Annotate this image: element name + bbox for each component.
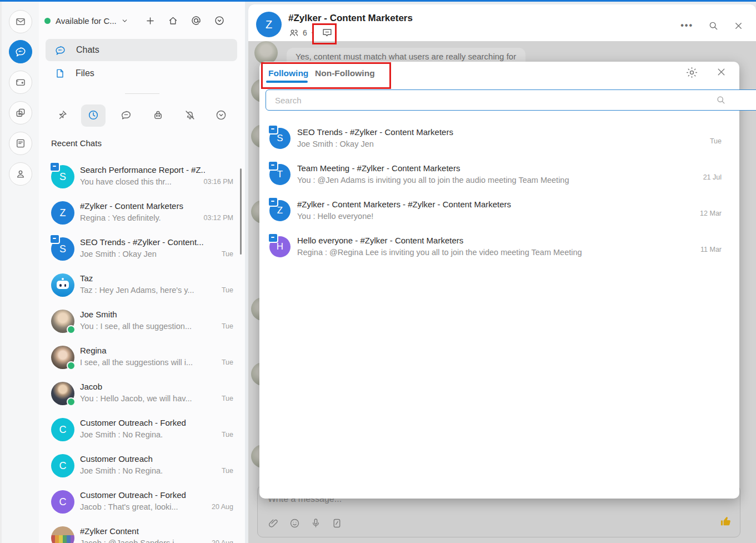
scribble-icon[interactable] <box>331 517 343 529</box>
sidebar: Available for C... Chats <box>39 2 245 543</box>
avatar <box>51 346 74 369</box>
thread-list-item[interactable]: S SEO Trends - #Zylker - Content Markete… <box>268 124 730 158</box>
sidebar-item-files[interactable]: Files <box>46 62 237 84</box>
chat-time: Tue <box>222 286 233 294</box>
bot-icon[interactable] <box>151 108 164 122</box>
chat-list-item[interactable]: Joe Smith You : I see, all the suggestio… <box>46 306 240 340</box>
app-rail <box>0 2 41 543</box>
chat-list-item[interactable]: S SEO Trends - #Zylker - Content... Joe … <box>46 234 240 267</box>
gear-icon[interactable] <box>685 66 698 79</box>
chat-title: Joe Smith <box>80 310 205 319</box>
chat-time: Tue <box>222 431 233 439</box>
avatar <box>254 41 278 64</box>
chat-time: Tue <box>222 467 233 475</box>
mic-icon[interactable] <box>310 517 322 529</box>
chat-title: Customer Outreach - Forked <box>80 418 205 427</box>
thread-list-item[interactable]: H Hello everyone - #Zylker - Content Mar… <box>268 233 730 266</box>
search-icon[interactable] <box>708 20 719 31</box>
sidebar-scrollbar[interactable] <box>240 168 242 255</box>
message-bubble: Yes, content must match what users are r… <box>287 48 525 62</box>
chat-list-item[interactable]: Z #Zylker - Content Marketers Regina : Y… <box>46 198 240 231</box>
chat-list-item[interactable]: Jacob You : Hello Jacob, we will hav... … <box>46 378 240 412</box>
home-icon[interactable] <box>168 16 178 26</box>
chat-subtitle: Regina : Yes definitely. <box>80 213 201 222</box>
chevron-down-icon[interactable] <box>121 17 128 24</box>
people-icon[interactable] <box>288 27 299 38</box>
avatar-initial: C <box>59 460 67 472</box>
avatar-initial: T <box>277 169 283 180</box>
close-icon[interactable] <box>733 21 744 31</box>
thread-title: SEO Trends - #Zylker - Content Marketers <box>297 127 453 137</box>
sidebar-item-label: Chats <box>76 45 99 55</box>
tasks-icon[interactable] <box>9 101 32 124</box>
chat-list-item[interactable]: Taz Taz : Hey Jen Adams, here's y... Tue <box>46 270 240 303</box>
search-icon[interactable] <box>715 94 726 105</box>
thread-subtitle: You : Hello everyone! <box>297 212 373 221</box>
avatar: Z <box>51 201 74 225</box>
avatar: C <box>51 418 74 441</box>
thread-subtitle: Regina : @Regina Lee is inviting you all… <box>297 248 582 257</box>
thread-time: 11 Mar <box>700 246 722 253</box>
chat-list-item[interactable]: #Zylker Content Jacob : @Jacob Sanders j… <box>46 523 240 543</box>
chats-icon <box>54 44 66 56</box>
emoji-icon[interactable] <box>289 517 301 529</box>
chat-list-item[interactable]: C Customer Outreach - Forked Joe Smith :… <box>46 415 240 448</box>
avatar-initial: Z <box>277 205 283 216</box>
avatar <box>51 310 74 333</box>
thread-badge-icon <box>49 234 60 244</box>
cliq-chat-icon[interactable] <box>9 40 32 63</box>
chat-time: 03:16 PM <box>203 178 233 186</box>
mentions-icon[interactable] <box>191 15 202 26</box>
chat-bubble-icon[interactable] <box>119 108 133 122</box>
paperclip-icon[interactable] <box>268 517 279 529</box>
chat-title: #Zylker Content <box>80 526 205 536</box>
thread-time: 12 Mar <box>700 210 722 217</box>
thread-badge-icon <box>49 162 60 172</box>
divider <box>125 93 159 94</box>
message-text: Yes, content must match what users are r… <box>296 52 516 61</box>
presence-dot <box>67 397 76 406</box>
chat-subtitle: Jacob : That's great, looki... <box>80 502 201 511</box>
chat-time: Tue <box>222 250 233 258</box>
avatar-initial: Z <box>266 18 272 31</box>
thread-list-item[interactable]: Z #Zylker - Content Marketers - #Zylker … <box>268 197 730 230</box>
annotation-box-tabs <box>261 62 391 89</box>
close-icon[interactable] <box>715 66 727 78</box>
chat-list-item[interactable]: C Customer Outreach Joe Smith : No Regin… <box>46 451 240 484</box>
avatar-initial: S <box>277 133 283 144</box>
plus-icon[interactable] <box>145 16 156 26</box>
circle-chevron-icon[interactable] <box>214 15 225 26</box>
thread-subtitle: Joe Smith : Okay Jen <box>297 140 374 148</box>
recent-clock-icon[interactable] <box>87 108 100 122</box>
files-icon <box>54 68 66 79</box>
annotation-box-thread-icon <box>312 23 337 44</box>
thread-badge-icon <box>268 197 278 207</box>
more-icon[interactable]: ••• <box>680 23 693 28</box>
avatar: Z <box>269 200 291 221</box>
chat-list-item[interactable]: S Search Performance Report - #Z... You … <box>46 162 240 195</box>
wallet-icon[interactable] <box>9 71 32 94</box>
pin-icon[interactable] <box>56 108 69 122</box>
status-dot <box>44 18 51 24</box>
thread-time: Tue <box>710 137 722 145</box>
avatar: T <box>269 164 291 185</box>
circle-chevron-icon[interactable] <box>214 108 228 122</box>
thread-list-item[interactable]: T Team Meeting - #Zylker - Content Marke… <box>268 161 730 194</box>
document-icon[interactable] <box>9 132 32 155</box>
thumbs-up-icon[interactable] <box>719 515 732 528</box>
thread-title: Team Meeting - #Zylker - Content Markete… <box>297 163 460 173</box>
contacts-icon[interactable] <box>9 162 32 186</box>
chat-list-item[interactable]: Regina I see, all the suggestions will i… <box>46 342 240 376</box>
search-input[interactable] <box>266 89 756 111</box>
chat-time: 20 Aug <box>212 503 233 511</box>
status-label[interactable]: Available for C... <box>56 16 117 26</box>
bot-icon <box>51 273 74 297</box>
chat-title: Taz <box>80 273 205 283</box>
chat-list-item[interactable]: C Customer Outreach - Forked Jacob : Tha… <box>46 487 240 520</box>
member-count[interactable]: 6 <box>303 28 307 37</box>
muted-bell-icon[interactable] <box>183 108 197 122</box>
sidebar-item-chats[interactable]: Chats <box>46 39 237 61</box>
chat-time: Tue <box>222 395 233 402</box>
thread-title: #Zylker - Content Marketers - #Zylker - … <box>297 200 511 209</box>
mail-icon[interactable] <box>9 10 32 33</box>
